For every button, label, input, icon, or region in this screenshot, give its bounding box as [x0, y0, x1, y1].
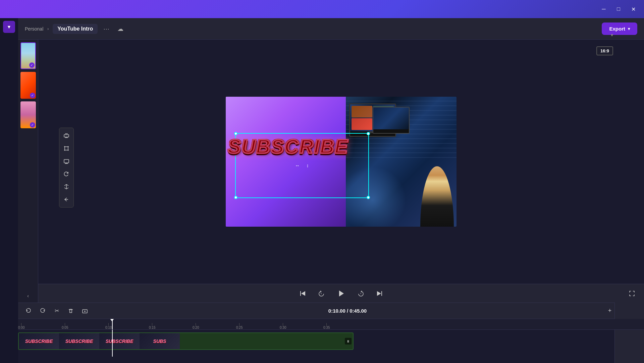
export-chevron-icon: ▾: [628, 27, 630, 31]
ruler-mark-line: [152, 323, 152, 326]
delete-button[interactable]: [66, 306, 76, 316]
panel-expand-chevron[interactable]: ▾: [611, 32, 613, 38]
thumbnail-check-1: ✓: [29, 62, 35, 68]
track-thumb-text-3: SUBSCRIBE: [106, 338, 133, 344]
svg-marker-6: [339, 290, 344, 297]
svg-marker-4: [301, 291, 305, 296]
person-silhouette: [420, 166, 454, 227]
ruler-mark-line: [21, 323, 21, 326]
track-thumbnail-1: SUBSCRIBE: [19, 333, 59, 349]
screen-transform-button[interactable]: [61, 155, 72, 167]
close-button[interactable]: ✕: [627, 2, 640, 16]
title-bar: ─ □ ✕: [0, 0, 644, 18]
strip-toggle-button[interactable]: ▼: [3, 21, 15, 33]
subscribe-text: SUBSCRIBE: [228, 135, 348, 157]
ruler-mark-2: 0:10: [105, 323, 112, 329]
ruler-mark-line: [283, 323, 283, 326]
thumbnail-item-2[interactable]: ✓: [20, 72, 36, 99]
undo-button[interactable]: [23, 306, 34, 316]
ruler-time-0: 0:00: [18, 326, 24, 329]
project-menu-button[interactable]: ⋯: [102, 24, 111, 34]
svg-rect-8: [381, 291, 382, 296]
ruler-mark-6: 0:30: [280, 323, 286, 329]
flip-transform-button[interactable]: [61, 181, 72, 192]
ruler-time-6: 0:30: [280, 326, 286, 329]
ruler-mark-5: 0:25: [236, 323, 243, 329]
track-thumbnail-4: SUBS: [140, 333, 180, 349]
breadcrumb-arrow: ›: [47, 27, 49, 31]
rotate-transform-button[interactable]: [61, 168, 72, 180]
header: Personal › YouTube Intro ⋯ ☁ Export ▾: [18, 18, 644, 40]
video-track[interactable]: ⏸ SUBSCRIBE SUBSCRIBE SUBSCRIBE SUBS ⏸: [18, 332, 354, 350]
skip-to-start-button[interactable]: [297, 287, 309, 300]
svg-rect-2: [64, 160, 69, 163]
canvas-wrapper: ↔ ↕ SUBSCRIBE: [38, 40, 644, 284]
skip-to-end-button[interactable]: [374, 287, 386, 300]
ruler-mark-line: [196, 323, 196, 326]
add-clip-button[interactable]: [80, 306, 90, 316]
subscribe-text-overlay[interactable]: SUBSCRIBE: [228, 135, 348, 157]
rewind-5-button[interactable]: 5: [315, 287, 327, 300]
export-button[interactable]: Export ▾: [602, 22, 637, 35]
timeline-ruler: 0:00 0:05 0:10 0:15: [18, 319, 644, 330]
main-content: ✓ ✓ ✓ ‹: [18, 40, 644, 303]
back-transform-button[interactable]: [61, 194, 72, 205]
export-label: Export: [609, 26, 625, 32]
ruler-time-3: 0:15: [149, 326, 155, 329]
ruler-mark-0: 0:00: [18, 323, 24, 329]
ruler-time-7: 0:35: [323, 326, 330, 329]
ruler-time-1: 0:05: [62, 326, 68, 329]
track-area: ⏸ SUBSCRIBE SUBSCRIBE SUBSCRIBE SUBS ⏸: [18, 330, 644, 357]
video-right-half: [346, 97, 457, 227]
breadcrumb-personal[interactable]: Personal: [25, 26, 43, 32]
thumbnail-check-3: ✓: [30, 122, 35, 128]
svg-marker-9: [377, 291, 381, 296]
cut-button[interactable]: ✂: [52, 306, 62, 316]
resize-transform-button[interactable]: [61, 130, 72, 141]
thumbnail-item-3[interactable]: ✓: [20, 101, 36, 128]
thumbnails-collapse-button[interactable]: ‹: [24, 292, 32, 300]
thumbnail-check-2: ✓: [30, 93, 35, 98]
fullscreen-button[interactable]: [627, 288, 637, 299]
track-thumbnail-3: SUBSCRIBE: [99, 333, 140, 349]
playhead-triangle: [110, 319, 114, 321]
project-title[interactable]: YouTube Intro: [53, 24, 98, 34]
ruler-marks: 0:00 0:05 0:10 0:15: [18, 319, 644, 329]
forward-5-button[interactable]: 5: [355, 287, 367, 300]
maximize-button[interactable]: □: [612, 2, 625, 16]
ruler-mark-4: 0:20: [193, 323, 199, 329]
ruler-mark-1: 0:05: [62, 323, 68, 329]
zoom-in-button[interactable]: +: [605, 306, 614, 316]
minimize-button[interactable]: ─: [597, 2, 610, 16]
track-thumb-text-2: SUBSCRIBE: [65, 338, 93, 344]
svg-text:5: 5: [360, 292, 362, 294]
svg-rect-0: [64, 135, 69, 137]
playhead[interactable]: [112, 319, 113, 329]
thumbnails-panel: ✓ ✓ ✓ ‹: [18, 40, 38, 303]
timeline-scroll-area: 0:00 0:05 0:10 0:15: [18, 319, 644, 363]
time-separator: /: [347, 308, 350, 314]
aspect-ratio-badge[interactable]: 16:9: [596, 46, 613, 55]
redo-button[interactable]: [38, 306, 48, 316]
video-left-half: [226, 97, 346, 227]
monitor-2-screen: [373, 107, 409, 129]
ruler-mark-line: [108, 323, 109, 326]
track-end-pause-button[interactable]: ⏸: [345, 338, 352, 345]
blue-glow-effect: [346, 166, 406, 227]
thumbnail-item-1[interactable]: ✓: [20, 42, 36, 69]
ruler-mark-line: [239, 323, 239, 326]
transform-toolbar: [59, 128, 74, 208]
timeline-area: ✂ 0:10.00 / 0:45.00 + −: [18, 303, 644, 363]
cloud-sync-icon[interactable]: ☁: [115, 24, 126, 34]
svg-text:5: 5: [321, 292, 322, 294]
ruler-time-5: 0:25: [236, 326, 243, 329]
editor-area: ↔ ↕ SUBSCRIBE: [38, 40, 644, 303]
svg-rect-1: [65, 147, 68, 150]
video-canvas: ↔ ↕ SUBSCRIBE: [226, 97, 457, 227]
crop-transform-button[interactable]: [61, 143, 72, 154]
monitor-2-display: [373, 107, 410, 134]
ruler-mark-line: [326, 323, 327, 326]
ruler-mark-7: 0:35: [323, 323, 330, 329]
ruler-mark-3: 0:15: [149, 323, 155, 329]
play-pause-button[interactable]: [334, 286, 348, 301]
